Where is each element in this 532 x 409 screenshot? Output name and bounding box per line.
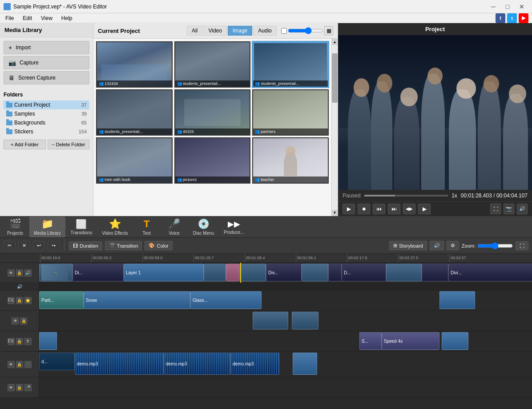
menu-view[interactable]: View [39, 14, 54, 22]
filter-all[interactable]: All [187, 26, 202, 36]
track-clip[interactable]: d... [39, 353, 75, 370]
duration-button[interactable]: 🎞 Duration [69, 241, 102, 250]
track-clip[interactable] [292, 312, 318, 329]
track-clip[interactable]: demo.mp3 [164, 353, 230, 375]
toolbar-produce[interactable]: ▶▶ Produce... [219, 217, 249, 237]
eye-button3[interactable]: 👁 [8, 361, 15, 368]
text-track-icon[interactable]: T [24, 338, 32, 345]
filter-audio[interactable]: Audio [253, 26, 277, 36]
screen-capture-button[interactable]: 🖥 Screen Capture [4, 71, 89, 84]
zoom-slider[interactable] [477, 242, 513, 249]
redo-button[interactable]: ↪ [48, 241, 60, 250]
close-button[interactable]: ✕ [515, 2, 528, 11]
media-item[interactable]: 👥 men with book [96, 137, 173, 184]
voice-track-content[interactable] [39, 377, 532, 397]
play-button[interactable]: ▶ [343, 204, 355, 214]
track-clip[interactable] [442, 332, 468, 350]
folder-current-project[interactable]: Current Project 37 [4, 100, 89, 109]
track-clip[interactable]: Div... [266, 264, 302, 281]
track-clip[interactable] [204, 264, 226, 281]
star-button[interactable]: ⭐ [24, 297, 32, 304]
track-clip[interactable] [439, 291, 475, 309]
track-clip[interactable]: 📹 [39, 264, 73, 281]
track-clip[interactable]: D... [342, 264, 386, 281]
fullscreen-button[interactable]: ⛶ [490, 204, 501, 214]
menu-edit[interactable]: Edit [21, 14, 34, 22]
audio-mix-button[interactable]: 🔊 [430, 241, 444, 250]
track-clip[interactable] [328, 264, 342, 281]
audio-settings[interactable]: ⚙ [447, 241, 459, 250]
twitter-icon[interactable]: t [507, 13, 517, 23]
add-folder-button[interactable]: + Add Folder [4, 140, 46, 149]
delete-button[interactable]: ✕ [18, 241, 30, 250]
fx-icon[interactable]: FX [8, 297, 15, 304]
youtube-icon[interactable]: ▶ [519, 13, 528, 23]
next-button[interactable]: ⏭ [388, 204, 400, 214]
track-clip[interactable]: Parti... [39, 291, 84, 309]
filter-slider[interactable] [288, 27, 323, 34]
prev-button[interactable]: ⏮ [373, 204, 385, 214]
media-item[interactable]: 👥 teacher [252, 137, 329, 184]
folder-stickers[interactable]: Stickers 154 [4, 127, 89, 136]
blank-track-content[interactable] [39, 311, 532, 331]
volume-button[interactable]: 🔊 [517, 204, 528, 214]
cut-button[interactable]: ✂ [4, 241, 16, 250]
forward-button[interactable]: ▶ [418, 204, 431, 214]
track-clip[interactable]: S... [359, 332, 382, 350]
track-clip[interactable] [239, 264, 266, 281]
folder-backgrounds[interactable]: Backgrounds 65 [4, 118, 89, 127]
media-item[interactable]: 👥 132434 [96, 41, 173, 88]
media-scrollbar[interactable]: ▲ ▼ [331, 39, 338, 216]
toolbar-text[interactable]: T Text [133, 217, 160, 237]
stop-button[interactable]: ■ [358, 204, 370, 214]
preview-progress[interactable] [364, 195, 448, 196]
effects-track-content[interactable]: Parti... Snow Glass... [39, 290, 532, 310]
audio-track-content[interactable]: d... demo.mp3 demo.mp3 demo.mp3 [39, 352, 532, 376]
track-clip[interactable] [253, 312, 288, 329]
toolbar-video-effects[interactable]: ⭐ Video Effects [97, 217, 133, 237]
track-clip[interactable]: Di... [73, 264, 124, 281]
track-clip[interactable]: Snow [84, 291, 190, 309]
menu-file[interactable]: File [4, 14, 16, 22]
filter-checkbox[interactable] [281, 28, 287, 34]
toolbar-transitions[interactable]: ⬜ Transitions [66, 217, 97, 237]
media-item[interactable]: 👥 students_presentati... [174, 41, 251, 88]
undo-button[interactable]: ↩ [33, 241, 45, 250]
track-clip[interactable] [39, 332, 57, 350]
eye-button4[interactable]: 👁 [8, 384, 15, 391]
music-icon[interactable]: 🎵 [24, 361, 32, 368]
import-button[interactable]: + Import [4, 41, 89, 54]
menu-help[interactable]: Help [60, 14, 74, 22]
track-clip[interactable] [386, 264, 422, 281]
track-clip[interactable] [293, 353, 317, 375]
expand-button[interactable]: ⛶ [516, 241, 528, 250]
video-track-content[interactable]: 📹 Di... Layer 1 Div... D... Divi... [39, 263, 532, 283]
scroll-up[interactable]: ▲ [332, 39, 338, 45]
scroll-thumb[interactable] [332, 53, 338, 103]
minimize-button[interactable]: ─ [487, 2, 500, 11]
lock-button[interactable]: 🔒 [16, 269, 23, 277]
transition-button[interactable]: 🎬 Transition [105, 241, 142, 250]
eye-button[interactable]: 👁 [8, 269, 15, 277]
track-clip[interactable]: Divi... [448, 264, 532, 281]
track-clip[interactable]: demo.mp3 [230, 353, 279, 375]
filter-video[interactable]: Video [203, 26, 226, 36]
text-track-content[interactable]: S... Speed 4x [39, 331, 532, 351]
track-clip[interactable] [422, 264, 448, 281]
lock-button4[interactable]: 🔒 [16, 361, 23, 368]
maximize-button[interactable]: □ [501, 2, 514, 11]
mic-icon[interactable]: 🎤 [24, 384, 32, 391]
toolbar-projects[interactable]: 🎬 Projects [2, 217, 28, 237]
filter-image[interactable]: Image [228, 26, 252, 36]
grid-toggle[interactable]: ▦ [324, 26, 333, 35]
scroll-down[interactable]: ▼ [332, 210, 338, 216]
track-clip[interactable]: demo.mp3 [75, 353, 164, 375]
color-button[interactable]: 🎨 Color [145, 241, 172, 250]
fx-icon2[interactable]: FX [8, 338, 15, 345]
loop-button[interactable]: ◀▶ [403, 204, 415, 214]
facebook-icon[interactable]: f [496, 13, 505, 23]
track-clip[interactable]: Layer 1 [124, 264, 204, 281]
toolbar-disc-menu[interactable]: 💿 Disc Menu [189, 217, 218, 237]
lock-button[interactable]: 🔒 [16, 297, 23, 304]
track-clip[interactable]: Glass... [190, 291, 262, 309]
